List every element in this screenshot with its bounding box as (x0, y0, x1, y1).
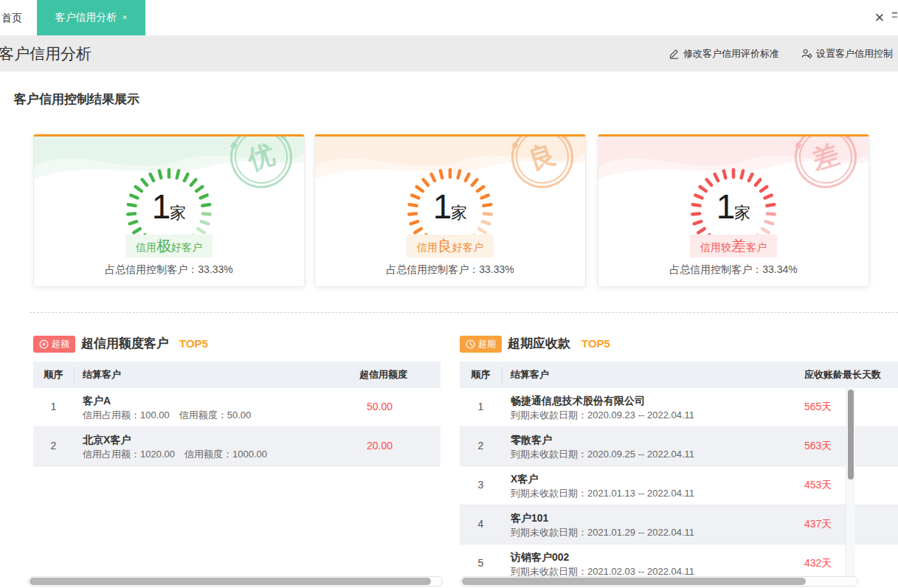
pencil-icon (669, 48, 680, 59)
overdue-badge-label: 超期 (478, 338, 496, 350)
horizontal-scrollbar-left[interactable] (27, 576, 443, 587)
table-row: 2 零散客户 到期未收款日期：2020.09.25 -- 2022.04.11 … (460, 427, 898, 466)
credit-grade-badge: 信用极好客户 (125, 235, 213, 257)
section-title: 客户信用控制结果展示 (14, 91, 139, 108)
due-date-range: 到期未收款日期：2021.02.03 -- 2022.04.11 (511, 564, 804, 577)
horizontal-scrollbar-right[interactable] (460, 576, 858, 587)
set-credit-control-label: 设置客户信用控制 (816, 47, 893, 60)
table-row: 3 X客户 到期未收款日期：2021.01.13 -- 2022.04.11 4… (460, 466, 898, 505)
table-row: 2 北京X客户 信用占用额：1020.00 信用额度：1000.00 20.00 (33, 427, 441, 466)
column-customer: 结算客户 (74, 368, 359, 381)
vertical-scrollbar[interactable] (846, 388, 855, 576)
due-date-range: 到期未收款日期：2021.01.13 -- 2022.04.11 (511, 486, 804, 500)
tab-close-icon[interactable]: × (122, 13, 127, 23)
credit-grade-badge: 信用较差客户 (690, 235, 777, 257)
over-credit-value: 20.00 (359, 427, 441, 466)
column-divider (74, 367, 75, 383)
percent-of-total: 占总信用控制客户：33.34% (598, 263, 868, 277)
clock-icon (466, 339, 475, 349)
table-row: 4 客户101 到期未收款日期：2021.01.29 -- 2022.04.11… (460, 505, 898, 544)
card-credit-good: 1家 信用良好客户 占总信用控制客户：33.33% 良 (314, 134, 586, 287)
left-top5-label: TOP5 (179, 337, 208, 350)
percent-of-total: 占总信用控制客户：33.33% (315, 263, 585, 277)
row-order: 2 (33, 427, 74, 466)
due-date-range: 到期未收款日期：2021.01.29 -- 2022.04.11 (511, 525, 804, 539)
row-order: 1 (460, 388, 502, 426)
table-row: 5 访销客户002 到期未收款日期：2021.02.03 -- 2022.04.… (460, 544, 898, 577)
left-panel-title: 超信用额度客户 (81, 335, 169, 352)
row-order: 5 (460, 544, 502, 577)
horizontal-scrollbar-thumb[interactable] (30, 578, 431, 585)
row-order: 1 (33, 388, 74, 426)
credit-grade-badge: 信用良好客户 (407, 235, 494, 257)
menu-icon[interactable] (892, 12, 898, 21)
column-order: 顺序 (33, 368, 74, 381)
over-credit-value: 50.00 (359, 388, 441, 426)
column-order: 顺序 (460, 368, 502, 381)
page-title: 客户信用分析 (0, 44, 91, 64)
overdue-badge: 超期 (460, 336, 502, 353)
right-table-body: 1 畅捷通信息技术股份有限公司 到期未收款日期：2020.09.23 -- 20… (460, 388, 898, 577)
percent-of-total: 占总信用控制客户：33.33% (34, 263, 304, 277)
svg-text:¥: ¥ (41, 341, 46, 347)
user-gear-icon (801, 48, 812, 59)
customer-name: 客户A (83, 393, 359, 408)
table-row: 1 客户A 信用占用额：100.00 信用额度：50.00 50.00 (33, 388, 441, 427)
column-divider (502, 367, 502, 383)
customer-name: 访销客户002 (511, 550, 804, 564)
card-credit-excellent: 1家 信用极好客户 占总信用控制客户：33.33% 优 (33, 134, 305, 287)
vertical-scrollbar-thumb[interactable] (848, 390, 854, 480)
tab-home[interactable]: 首页 (1, 0, 22, 35)
row-order: 4 (460, 505, 502, 544)
column-over-credit: 超信用额度 (359, 368, 441, 381)
table-row: 1 畅捷通信息技术股份有限公司 到期未收款日期：2020.09.23 -- 20… (460, 388, 898, 427)
customer-name: X客户 (511, 471, 804, 486)
credit-detail: 信用占用额：100.00 信用额度：50.00 (83, 408, 359, 422)
customer-count: 1家 (34, 187, 304, 226)
right-table-header: 顺序 结算客户 应收账龄最长天数 (460, 362, 898, 388)
due-date-range: 到期未收款日期：2020.09.23 -- 2022.04.11 (511, 408, 804, 422)
customer-name: 客户101 (511, 511, 804, 525)
column-customer: 结算客户 (502, 368, 804, 381)
customer-name: 畅捷通信息技术股份有限公司 (511, 393, 804, 408)
tab-customer-credit-analysis[interactable]: 客户信用分析 × (37, 0, 145, 35)
close-icon[interactable]: × (868, 6, 891, 30)
tab-label: 客户信用分析 (55, 11, 117, 24)
row-order: 3 (460, 466, 502, 505)
card-credit-poor: 1家 信用较差客户 占总信用控制客户：33.34% 差 (598, 134, 869, 287)
horizontal-scrollbar-thumb[interactable] (462, 578, 806, 585)
over-limit-badge: ¥ 超额 (33, 336, 75, 353)
over-limit-badge-label: 超额 (52, 338, 69, 350)
edit-credit-standard-link[interactable]: 修改客户信用评价标准 (669, 47, 779, 60)
customer-count: 1家 (315, 187, 585, 226)
header-actions: 修改客户信用评价标准 设置客户信用控制 (669, 35, 893, 72)
customer-name: 北京X客户 (83, 432, 359, 447)
tab-bar: 首页 客户信用分析 × × (0, 0, 898, 35)
right-panel-title: 超期应收款 (508, 335, 570, 352)
set-credit-control-link[interactable]: 设置客户信用控制 (801, 47, 893, 60)
dashed-divider (30, 312, 898, 313)
app-window: 首页 客户信用分析 × × 客户信用分析 修改客户信用评价标准 设置客户信用控制… (0, 0, 898, 588)
due-date-range: 到期未收款日期：2020.09.25 -- 2022.04.11 (511, 447, 804, 461)
edit-credit-standard-label: 修改客户信用评价标准 (683, 47, 779, 60)
customer-name: 零散客户 (511, 432, 804, 447)
left-table-body: 1 客户A 信用占用额：100.00 信用额度：50.00 50.00 2 北京… (33, 388, 441, 466)
yuan-circle-icon: ¥ (39, 339, 49, 349)
customer-count: 1家 (598, 187, 868, 226)
left-table-header: 顺序 结算客户 超信用额度 (33, 362, 441, 388)
credit-detail: 信用占用额：1020.00 信用额度：1000.00 (83, 447, 359, 461)
column-max-aging-days: 应收账龄最长天数 (804, 368, 898, 381)
right-top5-label: TOP5 (581, 337, 610, 350)
row-order: 2 (460, 427, 502, 466)
